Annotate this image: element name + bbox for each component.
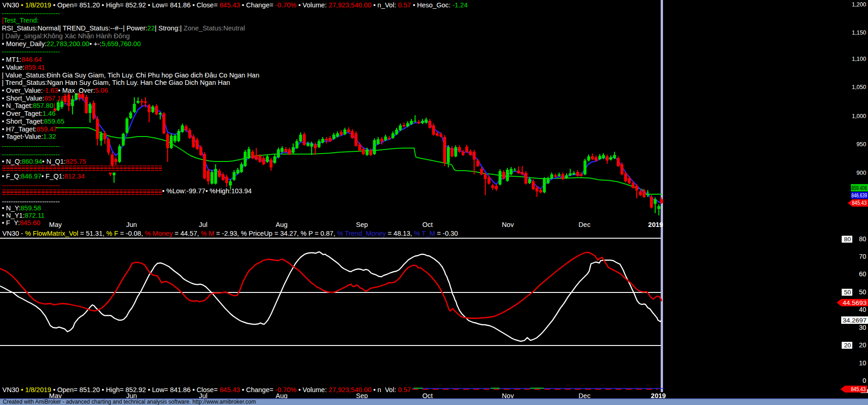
svg-text:2019: 2019	[648, 221, 663, 228]
svg-text:30: 30	[859, 324, 866, 331]
svg-text:20: 20	[844, 342, 851, 349]
svg-text:1,150: 1,150	[852, 29, 866, 36]
svg-text:RSI_Status:Normal| TREND_Statu: RSI_Status:Normal| TREND_Status:--#--| P…	[2, 24, 245, 32]
svg-text:VN30 - % FlowMatrix_Vol = 51.3: VN30 - % FlowMatrix_Vol = 51.31, % F = -…	[2, 230, 458, 237]
svg-text:| Trend_Status:Ngan Han Suy Gi: | Trend_Status:Ngan Han Suy Giam, Tich L…	[2, 79, 230, 86]
svg-text:VN30 • 1/8/2019 • Open= 851.20: VN30 • 1/8/2019 • Open= 851.20 • High= 8…	[2, 1, 468, 9]
svg-text:==============================: ========================================…	[2, 190, 162, 197]
svg-text:900: 900	[856, 169, 866, 176]
svg-text:Sep: Sep	[356, 221, 368, 228]
svg-text:845.43: 845.43	[851, 386, 866, 393]
svg-text:| Daily_singal:Không Xác Nhận: | Daily_singal:Không Xác Nhận Hành Đông	[2, 32, 130, 40]
svg-text:|Test_Trend:: |Test_Trend:	[2, 17, 39, 24]
svg-text:0: 0	[862, 377, 866, 384]
svg-text:859.406: 859.406	[851, 185, 867, 191]
svg-text:1,050: 1,050	[852, 83, 866, 90]
svg-text:846.639: 846.639	[851, 192, 867, 199]
svg-text:845.43: 845.43	[852, 200, 867, 206]
svg-text:--------------------------: --------------------------	[2, 143, 60, 150]
svg-text:Aug: Aug	[276, 221, 288, 228]
svg-text:• Short_Taget:859.65: • Short_Taget:859.65	[2, 118, 65, 125]
svg-text:--------------------------: --------------------------	[2, 151, 60, 158]
svg-text:• F_Y:845.60: • F_Y:845.60	[2, 219, 40, 226]
svg-text:• Over_Taget:1.46: • Over_Taget:1.46	[2, 110, 55, 117]
svg-text:Oct: Oct	[422, 221, 433, 228]
svg-text:40: 40	[859, 306, 866, 313]
svg-text:--------------------------: --------------------------	[2, 10, 60, 17]
svg-text:| Value_Status:Đinh Gia Suy Gi: | Value_Status:Đinh Gia Suy Giam, Tich L…	[2, 71, 259, 79]
svg-text:20: 20	[859, 341, 866, 349]
svg-text:1,100: 1,100	[852, 55, 866, 62]
svg-text:50: 50	[859, 288, 866, 296]
svg-text:May: May	[49, 221, 62, 228]
svg-text:950: 950	[856, 141, 866, 148]
svg-text:Nov: Nov	[502, 221, 514, 228]
svg-text:1,200: 1,200	[852, 1, 866, 8]
svg-text:10: 10	[859, 359, 866, 367]
svg-text:• MT1:846.64: • MT1:846.64	[2, 56, 42, 63]
svg-text:• N_Y1:872.11: • N_Y1:872.11	[2, 212, 45, 219]
svg-text:--------------------------: --------------------------	[2, 48, 60, 55]
svg-text:1,000: 1,000	[852, 113, 866, 119]
svg-text:50: 50	[844, 289, 851, 296]
svg-text:• Short_Value:857.18: • Short_Value:857.18	[2, 95, 65, 102]
svg-text:Jul: Jul	[199, 221, 208, 228]
svg-text:80: 80	[844, 236, 851, 243]
svg-text:Created with AmiBroker - advan: Created with AmiBroker - advanced charti…	[3, 399, 256, 405]
svg-text:• N_Taget:857.80|: • N_Taget:857.80|	[2, 102, 55, 109]
svg-text:44.5693: 44.5693	[843, 299, 867, 306]
svg-text:60: 60	[859, 270, 866, 278]
svg-text:• Money_Daily:22,783,200.00• +: • Money_Daily:22,783,200.00• +-:5,659,76…	[2, 40, 141, 48]
svg-text:• Taget-Value:1.32: • Taget-Value:1.32	[2, 133, 56, 140]
svg-text:• F_Q:846.97• F_Q1:812.34: • F_Q:846.97• F_Q1:812.34	[2, 173, 84, 180]
svg-text:Dec: Dec	[579, 221, 591, 228]
svg-text:34.2697: 34.2697	[843, 317, 867, 324]
svg-text:80: 80	[859, 235, 866, 243]
svg-text:70: 70	[859, 253, 866, 260]
svg-text:• Over_Value:-1.63• Max_Over:5: • Over_Value:-1.63• Max_Over:5.06	[2, 87, 108, 94]
svg-text:• Value:859.41: • Value:859.41	[2, 64, 45, 71]
svg-text:Jun: Jun	[126, 221, 137, 228]
svg-text:• N_Y:859.58: • N_Y:859.58	[2, 204, 41, 212]
svg-text:• H7_Taget:859.47: • H7_Taget:859.47	[2, 125, 57, 133]
